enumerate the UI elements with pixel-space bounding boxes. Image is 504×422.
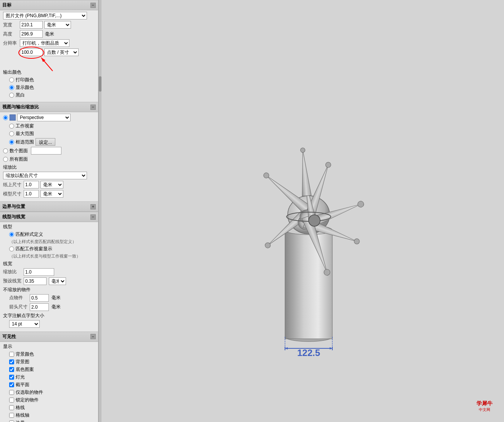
match-def-radio[interactable] <box>9 232 14 237</box>
match-def-row: 匹配样式定义 <box>9 231 95 238</box>
default-width-row: 预设线宽 毫米 <box>3 277 95 285</box>
view-scale-toggle[interactable]: − <box>90 105 96 110</box>
work-window-label: 工作视窗 <box>16 123 34 129</box>
text-size-select[interactable]: 14 pt <box>9 320 40 328</box>
locked-row: 锁定的物件 <box>9 397 95 403</box>
perspective-row: Perspective <box>3 114 95 121</box>
view-scale-label: 视图与输出缩放比 <box>2 104 39 110</box>
paper-size-label: 纸上尺寸 <box>3 182 22 188</box>
paper-size-unit-select[interactable]: 毫米 <box>40 181 63 188</box>
bg-image-checkbox[interactable] <box>9 359 14 364</box>
max-range-label: 最大范围 <box>16 130 34 137</box>
perspective-select[interactable]: Perspective <box>17 114 71 121</box>
lw-scale-input[interactable] <box>24 268 54 276</box>
line-style-label: 线型与线宽 <box>2 214 25 220</box>
left-panel: 目标 − 图片文件 (PNG,BMP,TIF,...) 宽度 毫米 高度 毫米 … <box>0 0 98 422</box>
grid-axis-checkbox[interactable] <box>9 413 14 418</box>
set-button[interactable]: 设定... <box>35 138 55 146</box>
line-type-label-row: 线型 <box>3 224 95 230</box>
max-range-radio[interactable] <box>9 131 14 136</box>
lighting-checkbox[interactable] <box>9 375 14 380</box>
panel-divider[interactable] <box>98 0 101 422</box>
base-pattern-checkbox[interactable] <box>9 367 14 372</box>
some-views-input[interactable] <box>31 147 61 155</box>
default-width-unit-select[interactable]: 毫米 <box>49 277 66 285</box>
model-size-row: 模型尺寸 毫米 <box>3 190 95 198</box>
width-row: 宽度 毫米 <box>3 21 95 29</box>
some-views-radio[interactable] <box>3 148 8 153</box>
all-views-radio[interactable] <box>3 157 8 162</box>
file-type-select[interactable]: 图片文件 (PNG,BMP,TIF,...) <box>3 12 87 19</box>
match-window-label: 匹配工作视窗显示 <box>16 246 52 252</box>
target-section-body: 图片文件 (PNG,BMP,TIF,...) 宽度 毫米 高度 毫米 分辩率 打… <box>0 10 98 102</box>
svg-marker-32 <box>285 347 288 350</box>
visibility-header: 可见性 − <box>0 332 98 342</box>
svg-text:122.5: 122.5 <box>297 348 320 358</box>
scrollbar-thumb[interactable] <box>99 76 101 92</box>
selected-only-label: 仅选取的物件 <box>16 389 43 396</box>
svg-point-27 <box>300 148 305 153</box>
no-scale-label-row: 不缩放的物件 <box>3 287 95 293</box>
model-size-input[interactable] <box>24 190 39 198</box>
view-scale-header: 视图与输出缩放比 − <box>0 102 98 112</box>
display-color-row: 显示颜色 <box>9 84 95 91</box>
locked-checkbox[interactable] <box>9 398 14 403</box>
bg-color-row: 背景颜色 <box>9 351 95 358</box>
arrow-input[interactable] <box>30 303 49 311</box>
height-input[interactable] <box>20 30 43 38</box>
default-width-label: 预设线宽 <box>3 278 22 284</box>
width-input[interactable] <box>20 21 43 29</box>
scale-option-select[interactable]: 缩放以配合尺寸 <box>3 172 87 179</box>
black-white-radio[interactable] <box>9 93 14 98</box>
selection-range-radio[interactable] <box>9 140 14 145</box>
svg-point-17 <box>357 200 365 208</box>
print-color-radio[interactable] <box>9 77 14 82</box>
work-window-radio[interactable] <box>9 124 14 129</box>
visibility-toggle[interactable]: − <box>90 334 96 339</box>
some-views-label: 数个图面 <box>10 148 28 154</box>
text-value-row: 14 pt <box>9 320 95 328</box>
border-position-toggle[interactable]: + <box>90 204 96 209</box>
display-color-radio[interactable] <box>9 85 14 90</box>
dot-input[interactable] <box>30 294 49 302</box>
resolution-select[interactable]: 打印机，华图品质 <box>20 39 69 47</box>
match-def-label: 匹配样式定义 <box>16 231 43 238</box>
visibility-body: 显示 背景颜色 背景图 底色图案 灯光 截平面 仅选取的物件 锁定的物件 <box>0 342 98 422</box>
line-width-label: 线宽 <box>3 261 12 266</box>
max-range-row: 最大范围 <box>9 130 95 137</box>
work-window-row: 工作视窗 <box>9 123 95 129</box>
canvas-bg: 122.5 学犀牛 中文网 <box>101 0 504 422</box>
watermark-sub-text: 中文网 <box>477 407 493 412</box>
selected-only-checkbox[interactable] <box>9 390 14 395</box>
clip-plane-row: 截平面 <box>9 382 95 388</box>
boundary-checkbox[interactable] <box>9 420 14 422</box>
target-header-label: 目标 <box>2 2 11 8</box>
target-section-header: 目标 − <box>0 0 98 10</box>
default-width-input[interactable] <box>24 277 47 285</box>
height-label: 高度 <box>3 31 18 37</box>
match-window-row: 匹配工作视窗显示 <box>9 246 95 252</box>
target-toggle[interactable]: − <box>90 3 96 8</box>
scale-label-row: 缩放比 <box>3 164 95 171</box>
grid-axis-label: 格线轴 <box>16 412 29 419</box>
svg-line-1 <box>41 58 53 71</box>
match-window-radio[interactable] <box>9 246 14 251</box>
line-style-header: 线型与线宽 − <box>0 212 98 222</box>
height-unit: 毫米 <box>45 31 54 37</box>
line-width-label-row: 线宽 <box>3 261 95 267</box>
bg-color-checkbox[interactable] <box>9 352 14 357</box>
grid-checkbox[interactable] <box>9 405 14 410</box>
all-views-label: 所有图面 <box>10 156 28 163</box>
paper-size-input[interactable] <box>24 181 39 188</box>
print-color-label: 打印颜色 <box>16 77 34 83</box>
svg-marker-34 <box>330 347 332 350</box>
bg-color-label: 背景颜色 <box>16 351 34 358</box>
dot-unit: 毫米 <box>52 295 61 301</box>
clip-plane-checkbox[interactable] <box>9 382 14 387</box>
line-style-toggle[interactable]: − <box>90 214 96 220</box>
model-size-unit-select[interactable]: 毫米 <box>40 190 63 198</box>
perspective-radio[interactable] <box>3 115 8 120</box>
boundary-row: 边界 <box>9 420 95 422</box>
grid-axis-row: 格线轴 <box>9 412 95 419</box>
width-unit-select[interactable]: 毫米 <box>44 21 71 29</box>
